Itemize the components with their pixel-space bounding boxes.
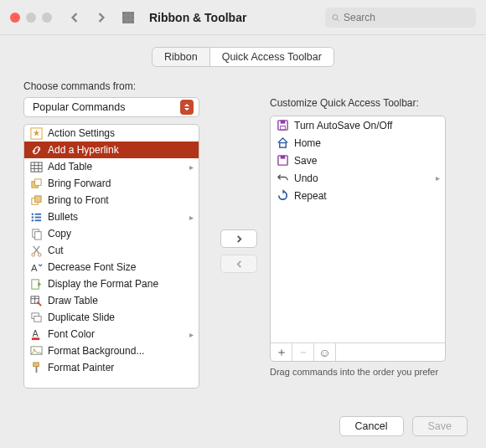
star-icon [29, 126, 43, 140]
svg-line-29 [33, 245, 39, 252]
chevron-right-icon: ▸ [189, 162, 194, 172]
bullets-icon [29, 210, 43, 224]
page-title: Ribbon & Toolbar [149, 11, 246, 24]
tab-bar: Ribbon Quick Access Toolbar [0, 47, 486, 67]
qat-options-button[interactable]: ☺ [314, 343, 336, 362]
minimize-window-button[interactable] [26, 13, 36, 23]
list-item-label: Bring Forward [48, 178, 111, 189]
list-item-label: Home [294, 137, 321, 149]
qat-remove-button[interactable]: － [292, 343, 314, 362]
svg-point-25 [31, 219, 33, 221]
svg-point-32 [38, 253, 41, 256]
copy-icon [29, 227, 43, 240]
commands-dropdown[interactable]: Popular Commands [23, 97, 199, 117]
svg-rect-28 [34, 231, 41, 239]
qat-add-button[interactable]: ＋ [271, 343, 292, 362]
svg-rect-5 [132, 16, 135, 19]
list-item[interactable]: Save [271, 152, 445, 169]
drag-hint: Drag commands into the order you prefer [270, 367, 463, 377]
list-item[interactable]: Turn AutoSave On/Off [271, 116, 445, 134]
titlebar: Ribbon & Toolbar [0, 0, 486, 35]
list-item[interactable]: Copy [24, 225, 199, 242]
list-item-label: Copy [48, 228, 71, 239]
list-item[interactable]: Cut [24, 242, 199, 259]
forward-button[interactable] [92, 8, 111, 27]
list-item-label: Bullets [48, 211, 78, 223]
format-pane-icon [29, 277, 43, 291]
svg-point-9 [333, 14, 338, 19]
list-item[interactable]: Action Settings [24, 125, 199, 142]
list-item[interactable]: Home [271, 134, 445, 152]
list-item-label: Draw Table [48, 295, 98, 306]
svg-rect-51 [280, 156, 285, 159]
list-item[interactable]: Draw Table [24, 292, 199, 309]
list-item-label: Cut [48, 245, 64, 256]
svg-rect-8 [132, 20, 135, 23]
svg-point-21 [31, 213, 33, 214]
tab-ribbon[interactable]: Ribbon [153, 48, 209, 66]
search-icon [332, 13, 339, 23]
list-item[interactable]: Add a Hyperlink [24, 142, 199, 158]
list-item[interactable]: Format Painter [24, 359, 199, 376]
list-item[interactable]: AFont Color▸ [24, 326, 199, 342]
svg-rect-1 [127, 12, 130, 15]
zoom-window-button[interactable] [42, 13, 52, 23]
close-window-button[interactable] [10, 13, 20, 23]
qat-list[interactable]: Turn AutoSave On/OffHomeSaveUndo▸Repeat … [270, 116, 446, 362]
svg-point-31 [31, 253, 34, 256]
list-item[interactable]: Bullets▸ [24, 209, 199, 225]
svg-rect-18 [34, 178, 41, 185]
list-item-label: Font Color [48, 328, 95, 340]
list-item[interactable]: ADecrease Font Size [24, 259, 199, 275]
svg-rect-45 [35, 366, 37, 373]
list-item[interactable]: Repeat [271, 187, 445, 204]
save-button[interactable]: Save [412, 416, 468, 436]
save-icon [276, 154, 289, 167]
list-item-label: Format Painter [48, 362, 114, 373]
table-icon [29, 160, 43, 173]
remove-command-button[interactable] [220, 255, 257, 273]
chevron-right-icon: ▸ [436, 173, 440, 183]
format-bg-icon [29, 344, 43, 358]
chevron-right-icon: ▸ [189, 330, 194, 339]
search-input[interactable] [344, 12, 469, 23]
svg-rect-6 [122, 20, 126, 23]
list-item[interactable]: Display the Format Pane [24, 275, 199, 292]
svg-rect-4 [127, 16, 130, 19]
list-item-label: Duplicate Slide [48, 312, 115, 323]
back-button[interactable] [65, 8, 84, 27]
list-item[interactable]: Duplicate Slide [24, 309, 199, 326]
cancel-button[interactable]: Cancel [339, 416, 404, 436]
list-item-label: Format Background... [48, 345, 144, 357]
list-item[interactable]: Format Background... [24, 342, 199, 359]
apps-grid-icon[interactable] [119, 8, 137, 27]
bring-front-icon [29, 193, 43, 207]
list-item[interactable]: Add Table▸ [24, 158, 199, 175]
svg-rect-0 [122, 12, 126, 15]
draw-table-icon [29, 294, 43, 307]
list-item[interactable]: Bring Forward [24, 175, 199, 192]
dropdown-stepper-icon [180, 100, 194, 115]
svg-rect-26 [34, 219, 41, 221]
qat-toolstrip: ＋ － ☺ [271, 342, 445, 361]
list-item[interactable]: Undo▸ [271, 169, 445, 187]
home-icon [276, 136, 289, 150]
list-item[interactable]: Bring to Front [24, 192, 199, 209]
commands-list[interactable]: Action SettingsAdd a HyperlinkAdd Table▸… [23, 124, 199, 389]
tab-quick-access-toolbar[interactable]: Quick Access Toolbar [209, 48, 333, 66]
window-controls [10, 13, 52, 23]
duplicate-icon [29, 311, 43, 324]
svg-line-30 [34, 245, 39, 252]
add-command-button[interactable] [220, 229, 257, 248]
list-item-label: Bring to Front [48, 194, 109, 206]
svg-rect-44 [33, 362, 39, 366]
svg-rect-47 [280, 121, 285, 124]
svg-rect-3 [122, 16, 126, 19]
svg-line-10 [337, 18, 339, 20]
repeat-icon [276, 189, 289, 203]
search-field[interactable] [325, 8, 476, 28]
svg-rect-20 [34, 195, 41, 202]
font-color-icon: A [29, 327, 43, 341]
list-item-label: Undo [294, 173, 318, 184]
list-item-label: Display the Format Pane [48, 278, 158, 290]
